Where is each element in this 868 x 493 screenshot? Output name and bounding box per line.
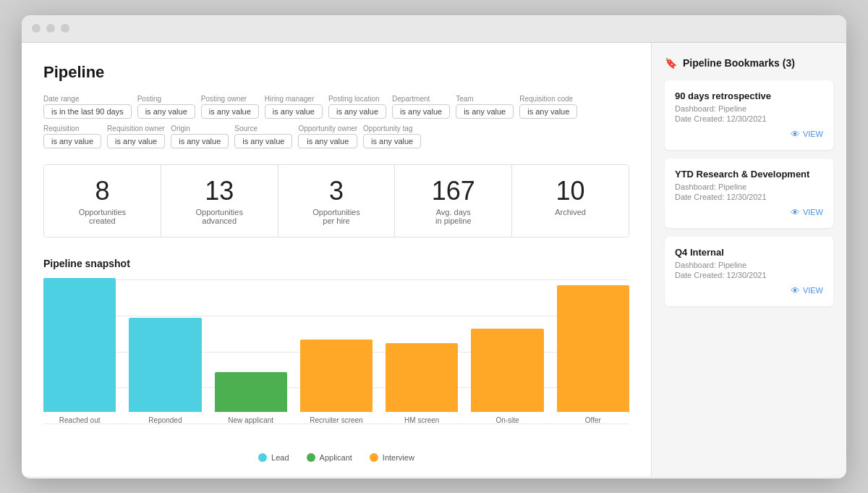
bookmark-date: Date Created: 12/30/2021 [675,271,823,279]
stat-label: Opportunities created [51,208,153,225]
sidebar-header: 🔖 Pipeline Bookmarks (3) [665,57,833,69]
filter-group: Teamis any value [456,95,514,119]
bookmark-dashboard: Dashboard: Pipeline [675,261,823,269]
bar-group: Reached out [43,278,116,424]
legend-item: Applicant [307,453,352,462]
legend-item: Lead [258,453,289,462]
sidebar-title: Pipeline Bookmarks (3) [683,57,795,69]
bookmark-dashboard: Dashboard: Pipeline [675,104,823,113]
filter-label: Opportunity tag [363,125,421,132]
main-panel: Pipeline Date rangeis in the last 90 day… [22,43,651,477]
stat-number: 8 [51,177,153,206]
filter-label: Requisition code [519,95,577,103]
bar-label: Offer [585,416,601,424]
filter-button[interactable]: is any value [328,104,386,119]
chart-legend: LeadApplicantInterview [43,453,629,462]
page-title: Pipeline [43,63,629,82]
legend-label: Lead [271,453,289,462]
bookmark-date: Date Created: 12/30/2021 [675,193,823,201]
bars-container: Reached outRepondedNew applicantRecruite… [43,279,629,424]
bookmark-dashboard: Dashboard: Pipeline [675,182,823,191]
legend-dot [307,453,315,462]
filter-button[interactable]: is in the last 90 days [43,104,132,119]
chart-bar [129,318,201,412]
filter-button[interactable]: is any value [137,104,195,119]
filter-group: Date rangeis in the last 90 days [43,95,132,119]
dot-green [61,24,69,33]
filter-label: Posting location [328,95,386,103]
view-bookmark-button[interactable]: 👁 VIEW [791,207,823,218]
filter-group: Requisitionis any value [43,125,101,148]
filter-label: Origin [171,125,229,132]
bar-label: Recruiter screen [310,416,362,424]
bookmark-card: YTD Research & DevelopmentDashboard: Pip… [665,159,833,228]
stat-card: 3Opportunities per hire [278,165,396,237]
bar-group: On-site [471,329,543,424]
legend-dot [258,453,267,462]
bookmark-view-row: 👁 VIEW [675,285,823,296]
legend-item: Interview [370,453,414,462]
stats-row: 8Opportunities created13Opportunities ad… [43,164,629,238]
filter-label: Source [234,125,292,132]
filter-label: Posting [137,95,195,103]
filter-group: Sourceis any value [234,125,292,148]
filter-button[interactable]: is any value [43,134,101,148]
filter-label: Team [456,95,514,103]
bookmark-name: YTD Research & Development [675,169,823,180]
bookmark-list: 90 days retrospectiveDashboard: Pipeline… [665,80,833,306]
filter-group: Departmentis any value [392,95,450,119]
stat-number: 13 [169,177,271,206]
filter-button[interactable]: is any value [201,104,259,119]
chart-title: Pipeline snapshot [43,258,629,269]
filter-label: Date range [43,95,132,103]
eye-icon: 👁 [791,207,800,218]
stat-card: 167Avg. days in pipeline [395,165,512,237]
chart-bar [300,340,373,412]
filter-group: Requisition owneris any value [107,125,165,148]
bookmark-icon: 🔖 [665,57,677,69]
filter-group: Postingis any value [137,95,195,119]
stat-number: 10 [519,177,621,206]
bar-group: Offer [557,285,629,424]
view-bookmark-button[interactable]: 👁 VIEW [791,285,823,296]
view-bookmark-button[interactable]: 👁 VIEW [791,129,823,140]
eye-icon: 👁 [791,129,800,140]
filter-button[interactable]: is any value [363,134,421,148]
filter-button[interactable]: is any value [392,104,450,119]
filter-group: Opportunity owneris any value [298,125,357,148]
stat-number: 3 [286,177,388,206]
filter-row-1: Date rangeis in the last 90 daysPostingi… [43,95,629,119]
bookmark-card: 90 days retrospectiveDashboard: Pipeline… [665,80,833,150]
filter-button[interactable]: is any value [107,134,165,148]
filter-group: Posting owneris any value [201,95,259,119]
filter-label: Requisition owner [107,125,165,132]
bar-label: Reached out [59,416,101,424]
bar-group: Recruiter screen [300,340,373,424]
dot-red [32,24,41,33]
filter-group: Posting locationis any value [328,95,386,119]
legend-dot [370,453,378,462]
bookmark-name: Q4 Internal [675,247,823,258]
filter-group: Originis any value [171,125,229,148]
stat-label: Avg. days in pipeline [402,208,504,225]
filter-button[interactable]: is any value [171,134,229,148]
stat-card: 8Opportunities created [44,165,161,237]
stat-label: Opportunities advanced [169,208,271,225]
bookmark-name: 90 days retrospective [675,90,823,101]
chart-bar [557,285,629,412]
chart-bar [215,372,287,412]
bookmark-date: Date Created: 12/30/2021 [675,114,823,123]
bar-label: HM screen [404,416,439,424]
filter-button[interactable]: is any value [265,104,323,119]
filter-button[interactable]: is any value [234,134,292,148]
stat-label: Archived [519,208,621,216]
app-window: Pipeline Date rangeis in the last 90 day… [22,15,846,479]
filter-button[interactable]: is any value [456,104,514,119]
filter-group: Opportunity tagis any value [363,125,421,148]
stat-label: Opportunities per hire [286,208,388,225]
bar-label: Reponded [148,416,182,424]
filter-button[interactable]: is any value [298,134,357,148]
filter-button[interactable]: is any value [519,104,577,119]
filter-label: Requisition [43,125,101,132]
stat-card: 10Archived [512,165,629,237]
